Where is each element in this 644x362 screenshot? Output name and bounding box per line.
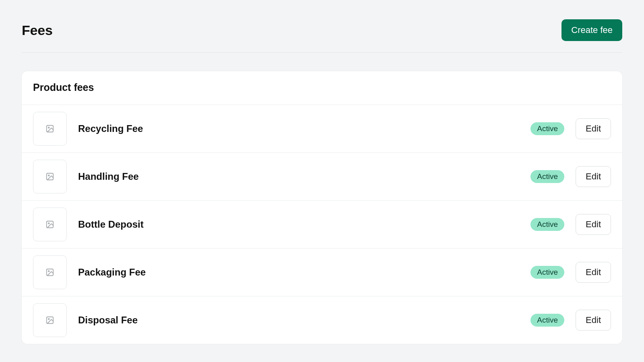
fee-row: Handling FeeActiveEdit — [22, 152, 622, 200]
fee-name: Recycling Fee — [78, 123, 519, 134]
status-badge: Active — [530, 170, 564, 183]
fee-list: Recycling FeeActiveEdit Handling FeeActi… — [22, 105, 622, 344]
fee-row: Bottle DepositActiveEdit — [22, 200, 622, 248]
fees-page: Fees Create fee Product fees Recycling F… — [0, 0, 644, 344]
status-badge: Active — [530, 314, 564, 327]
svg-point-3 — [48, 175, 50, 176]
image-placeholder-icon — [33, 208, 67, 241]
edit-button[interactable]: Edit — [576, 262, 611, 283]
svg-point-5 — [48, 223, 50, 224]
fee-name: Bottle Deposit — [78, 219, 519, 230]
card-header: Product fees — [22, 71, 622, 105]
fee-row: Recycling FeeActiveEdit — [22, 105, 622, 152]
fee-row: Packaging FeeActiveEdit — [22, 248, 622, 296]
edit-button[interactable]: Edit — [576, 166, 611, 187]
image-placeholder-icon — [33, 255, 67, 289]
status-badge: Active — [530, 122, 564, 135]
page-title: Fees — [22, 23, 53, 38]
image-placeholder-icon — [33, 303, 67, 337]
edit-button[interactable]: Edit — [576, 214, 611, 235]
image-placeholder-icon — [33, 112, 67, 146]
svg-point-9 — [48, 319, 50, 320]
edit-button[interactable]: Edit — [576, 118, 611, 139]
svg-point-1 — [48, 127, 50, 128]
fee-name: Handling Fee — [78, 171, 519, 182]
card-title: Product fees — [33, 82, 611, 93]
status-badge: Active — [530, 266, 564, 279]
fee-name: Disposal Fee — [78, 315, 519, 326]
status-badge: Active — [530, 218, 564, 231]
page-header: Fees Create fee — [22, 19, 622, 53]
edit-button[interactable]: Edit — [576, 310, 611, 331]
product-fees-card: Product fees Recycling FeeActiveEdit Han… — [22, 71, 622, 344]
image-placeholder-icon — [33, 160, 67, 193]
fee-name: Packaging Fee — [78, 267, 519, 278]
create-fee-button[interactable]: Create fee — [561, 19, 622, 41]
svg-point-7 — [48, 271, 50, 272]
fee-row: Disposal FeeActiveEdit — [22, 296, 622, 344]
